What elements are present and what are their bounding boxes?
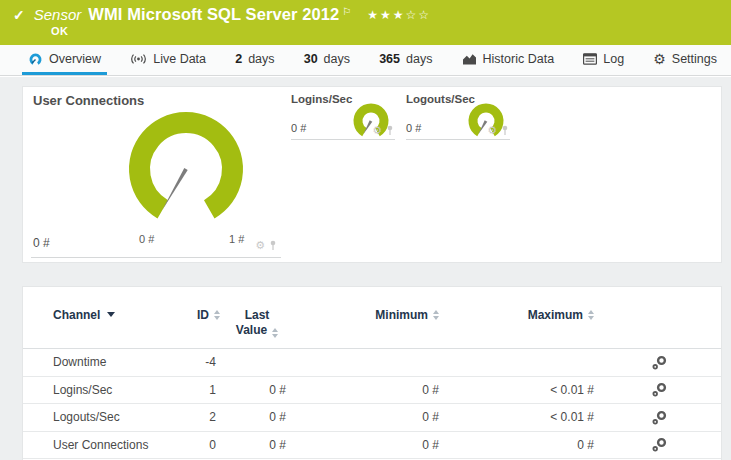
pin-icon[interactable] — [386, 125, 394, 136]
gauge-icon — [28, 52, 43, 66]
tab-label: days — [248, 52, 274, 66]
log-icon — [583, 53, 597, 65]
tab-label: Live Data — [153, 52, 206, 66]
column-header-id[interactable]: ID — [194, 308, 220, 338]
table-row-downtime: Downtime -4 — [23, 349, 721, 377]
tab-label: days — [324, 52, 350, 66]
pin-icon[interactable] — [269, 240, 277, 251]
tab-log[interactable]: Log — [577, 45, 630, 75]
tab-label: Settings — [672, 52, 717, 66]
channel-id: -4 — [194, 355, 220, 369]
sensor-status-banner: ✓ Sensor WMI Microsoft SQL Server 2012 ⚐… — [0, 0, 731, 45]
gauges-card: User Connections 0 # 1 # 0 # ⚙ Logins/Se… — [22, 86, 722, 263]
page-title: WMI Microsoft SQL Server 2012 — [88, 5, 339, 24]
tab-bar: Overview Live Data 2 days 30 days 365 da… — [0, 45, 731, 76]
channel-id: 1 — [194, 383, 220, 397]
column-label: Maximum — [528, 308, 583, 322]
tab-historic-data[interactable]: Historic Data — [456, 45, 561, 75]
column-header-channel[interactable]: Channel — [53, 308, 194, 338]
tab-label: Log — [603, 52, 624, 66]
tab-label: days — [406, 52, 432, 66]
tab-live-data[interactable]: Live Data — [124, 45, 212, 75]
channel-settings-gears-icon[interactable] — [651, 382, 668, 397]
channel-id: 0 — [194, 438, 220, 452]
table-row-user-connections: User Connections 0 0 # 0 # 0 # — [23, 432, 721, 460]
logins-per-sec-widget[interactable]: Logins/Sec 0 # ⚙ — [291, 92, 395, 140]
widget-title: Logouts/Sec — [406, 93, 475, 105]
widget-settings-gear-icon[interactable]: ⚙ — [255, 240, 265, 251]
channel-settings-gears-icon[interactable] — [651, 410, 668, 425]
flag-icon[interactable]: ⚐ — [342, 6, 351, 17]
sort-toggle-icon — [588, 310, 594, 320]
content-area: User Connections 0 # 1 # 0 # ⚙ Logins/Se… — [0, 77, 731, 460]
minimum-value: 0 # — [294, 383, 447, 397]
column-label: Channel — [53, 308, 100, 322]
widget-settings-gear-icon[interactable]: ⚙ — [487, 125, 497, 136]
table-row-logouts: Logouts/Sec 2 0 # 0 # < 0.01 # — [23, 404, 721, 432]
sensor-status-text: OK — [51, 25, 719, 37]
tab-30-days[interactable]: 30 days — [298, 45, 356, 75]
current-value: 0 # — [291, 122, 306, 134]
current-value: 0 # — [33, 236, 50, 250]
channel-settings-gears-icon[interactable] — [651, 355, 668, 370]
logouts-per-sec-widget[interactable]: Logouts/Sec 0 # ⚙ — [406, 92, 510, 140]
user-connections-widget[interactable]: User Connections 0 # 1 # 0 # ⚙ — [31, 92, 281, 258]
tab-overview[interactable]: Overview — [22, 45, 107, 75]
table-row-logins: Logins/Sec 1 0 # 0 # < 0.01 # — [23, 377, 721, 405]
last-value: 0 # — [220, 410, 294, 424]
column-label: Minimum — [375, 308, 428, 322]
gauge-scale-min: 0 # — [139, 233, 154, 245]
channel-name: Logouts/Sec — [53, 410, 194, 424]
column-header-maximum[interactable]: Maximum — [447, 308, 602, 338]
current-value: 0 # — [406, 122, 421, 134]
tab-number: 2 — [235, 52, 242, 66]
tab-2-days[interactable]: 2 days — [229, 45, 280, 75]
channel-settings-gears-icon[interactable] — [651, 437, 668, 452]
widget-settings-gear-icon[interactable]: ⚙ — [372, 125, 382, 136]
channel-name: User Connections — [53, 438, 194, 452]
area-chart-icon — [462, 53, 477, 65]
column-label: Value — [236, 323, 267, 338]
maximum-value: < 0.01 # — [447, 410, 602, 424]
column-header-last-value[interactable]: Last Value — [220, 308, 294, 338]
gear-icon: ⚙ — [653, 52, 666, 66]
table-header-row: Channel ID Last Value Minimum — [23, 287, 721, 349]
channel-name: Logins/Sec — [53, 383, 194, 397]
priority-stars[interactable]: ★★★☆☆ — [367, 8, 431, 22]
minimum-value: 0 # — [294, 410, 447, 424]
maximum-value: 0 # — [447, 438, 602, 452]
sort-toggle-icon — [272, 328, 278, 338]
live-data-icon — [130, 53, 147, 65]
tab-number: 365 — [379, 52, 400, 66]
last-value: 0 # — [220, 438, 294, 452]
sort-desc-icon — [107, 312, 115, 317]
column-label: ID — [197, 308, 209, 322]
tab-settings[interactable]: ⚙ Settings — [647, 45, 723, 75]
widget-title: Logins/Sec — [291, 93, 352, 105]
tab-365-days[interactable]: 365 days — [373, 45, 438, 75]
last-value: 0 # — [220, 383, 294, 397]
channels-table-card: Channel ID Last Value Minimum — [22, 286, 722, 460]
tab-label: Historic Data — [483, 52, 555, 66]
channel-id: 2 — [194, 410, 220, 424]
pin-icon[interactable] — [501, 125, 509, 136]
prtg-sensor-page: ✓ Sensor WMI Microsoft SQL Server 2012 ⚐… — [0, 0, 731, 460]
minimum-value: 0 # — [294, 438, 447, 452]
maximum-value: < 0.01 # — [447, 383, 602, 397]
sensor-kind-label: Sensor — [34, 6, 82, 23]
user-connections-gauge — [121, 105, 251, 223]
gauge-scale-max: 1 # — [229, 233, 244, 245]
column-header-minimum[interactable]: Minimum — [294, 308, 447, 338]
status-ok-check-icon: ✓ — [13, 7, 25, 23]
sort-toggle-icon — [214, 310, 220, 320]
column-label: Last — [245, 308, 270, 323]
tab-number: 30 — [304, 52, 318, 66]
channel-name: Downtime — [53, 355, 194, 369]
sort-toggle-icon — [433, 310, 439, 320]
tab-label: Overview — [49, 52, 101, 66]
